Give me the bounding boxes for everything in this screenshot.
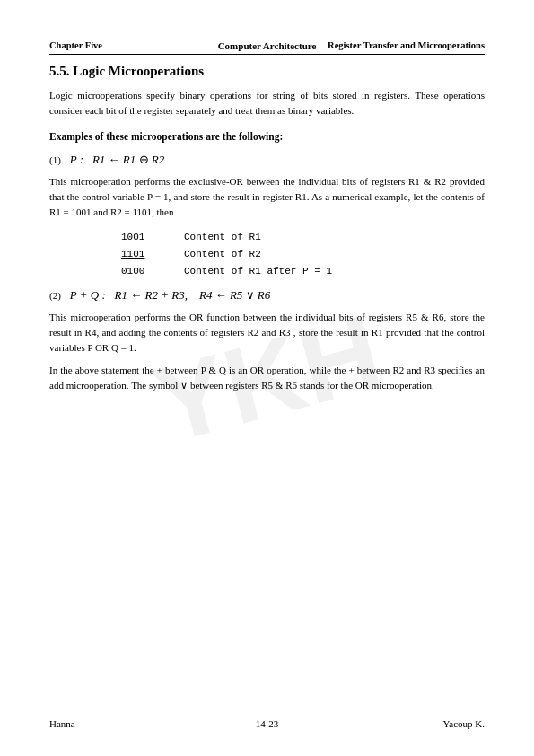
example-2: (2) P + Q : R1 ← R2 + R3, R4 ← R5 ∨ R6 T…: [49, 288, 485, 393]
code-1101: 1101: [121, 246, 166, 263]
code-0100: 0100: [121, 263, 166, 280]
label-r1-content: Content of R1: [184, 229, 261, 246]
table-row: 1001 Content of R1: [121, 229, 485, 246]
table-row: 1101 Content of R2: [121, 246, 485, 263]
footer-page-number: 14-23: [256, 718, 279, 729]
table-row: 0100 Content of R1 after P = 1: [121, 263, 485, 280]
example-2-number: (2): [49, 290, 61, 301]
example-2-description-2: In the above statement the + between P &…: [49, 363, 485, 393]
header-chapter: Chapter Five: [49, 40, 102, 50]
examples-heading: Examples of these microoperations are th…: [49, 131, 485, 142]
example-1-number: (1): [49, 154, 61, 165]
footer-author: Yacoup K.: [442, 718, 485, 729]
header-topic: Register Transfer and Microoperations: [328, 40, 485, 50]
example-1-formula-text: P : R1 ← R1 ⊕ R2: [70, 153, 164, 167]
example-2-formula-text: P + Q : R1 ← R2 + R3, R4 ← R5 ∨ R6: [70, 288, 270, 303]
page-header: Chapter Five Computer Architecture Regis…: [49, 40, 485, 50]
page-footer: Hanna 14-23 Yacoup K.: [49, 718, 485, 729]
example-1-table: 1001 Content of R1 1101 Content of R2 01…: [121, 229, 485, 279]
example-2-formula: (2) P + Q : R1 ← R2 + R3, R4 ← R5 ∨ R6: [49, 288, 485, 303]
footer-name: Hanna: [49, 718, 75, 729]
example-1: (1) P : R1 ← R1 ⊕ R2 This microoperation…: [49, 153, 485, 279]
section-title: 5.5. Logic Microoperations: [49, 64, 485, 79]
header-title: Computer Architecture: [218, 40, 317, 51]
code-1001: 1001: [121, 229, 166, 246]
intro-paragraph: Logic microoperations specify binary ope…: [49, 88, 485, 119]
label-r2-content: Content of R2: [184, 246, 261, 263]
example-1-formula: (1) P : R1 ← R1 ⊕ R2: [49, 153, 485, 167]
example-2-description-1: This microoperation performs the OR func…: [49, 310, 485, 356]
example-1-description: This microoperation performs the exclusi…: [49, 174, 485, 220]
label-r1-after: Content of R1 after P = 1: [184, 263, 332, 280]
